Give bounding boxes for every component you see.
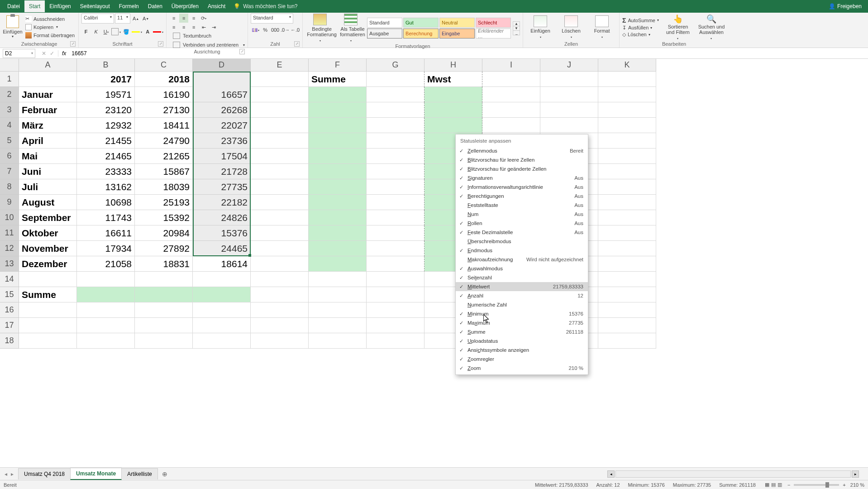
cell-K7[interactable] [598, 164, 656, 179]
style-erklaerender[interactable]: Erklärender … [476, 29, 511, 38]
cell-E10[interactable] [251, 210, 309, 225]
menu-item[interactable]: ✓ZellenmodusBereit [456, 146, 588, 155]
align-top-button[interactable]: ≡ [169, 14, 178, 23]
cell-K8[interactable] [598, 179, 656, 195]
cell-C9[interactable]: 25193 [135, 195, 193, 210]
insert-cells-button[interactable]: Einfügen▾ [526, 15, 555, 39]
cell-B4[interactable]: 12932 [77, 118, 135, 133]
cell-C6[interactable]: 21265 [135, 149, 193, 164]
cell-G5[interactable] [367, 133, 424, 149]
cell-A11[interactable]: Oktober [19, 225, 77, 241]
view-pagebreak-icon[interactable]: ▥ [777, 482, 782, 488]
cell-C4[interactable]: 18411 [135, 118, 193, 133]
menu-item[interactable]: MakroaufzeichnungWird nicht aufgezeichne… [456, 255, 588, 264]
cell-G8[interactable] [367, 179, 424, 195]
cell-A3[interactable]: Februar [19, 102, 77, 118]
cell-F14[interactable] [309, 272, 367, 287]
cell-A7[interactable]: Juni [19, 164, 77, 179]
sheet-nav[interactable]: ◂▸ [0, 471, 18, 477]
cell-E8[interactable] [251, 179, 309, 195]
cell-A4[interactable]: März [19, 118, 77, 133]
col-header-C[interactable]: C [135, 59, 193, 72]
zoom-slider[interactable] [794, 484, 839, 486]
cell-B15[interactable] [77, 287, 135, 302]
cell-F11[interactable] [309, 225, 367, 241]
cell-G10[interactable] [367, 210, 424, 225]
indent-dec-button[interactable]: ⇤ [199, 23, 208, 32]
cell-B14[interactable] [77, 272, 135, 287]
fx-icon[interactable]: fx [58, 50, 70, 57]
row-header-10[interactable]: 10 [0, 210, 19, 225]
cell-E15[interactable] [251, 287, 309, 302]
cell-F15[interactable] [309, 287, 367, 302]
cell-C5[interactable]: 24790 [135, 133, 193, 149]
menu-item[interactable]: Numerische Zahl [456, 300, 588, 309]
cell-A10[interactable]: September [19, 210, 77, 225]
cell-B7[interactable]: 23333 [77, 164, 135, 179]
cell-B17[interactable] [77, 318, 135, 333]
menu-item[interactable]: ✓Seitenzahl [456, 273, 588, 282]
cell-G18[interactable] [367, 333, 424, 349]
col-header-E[interactable]: E [251, 59, 309, 72]
style-standard[interactable]: Standard [367, 18, 402, 28]
cell-A16[interactable] [19, 302, 77, 318]
style-gallery-scroll[interactable]: ▲▼⎯ [513, 21, 520, 35]
cell-F7[interactable] [309, 164, 367, 179]
style-ausgabe[interactable]: Ausgabe [367, 29, 402, 38]
cell-I2[interactable] [482, 87, 540, 102]
cell-K5[interactable] [598, 133, 656, 149]
cell-E9[interactable] [251, 195, 309, 210]
cell-K2[interactable] [598, 87, 656, 102]
cell-B3[interactable]: 23120 [77, 102, 135, 118]
cell-F17[interactable] [309, 318, 367, 333]
cell-A13[interactable]: Dezember [19, 256, 77, 272]
fill-color-button[interactable]: 🪣 [122, 27, 131, 36]
zoom-level[interactable]: 210 % [850, 482, 864, 488]
cell-A17[interactable] [19, 318, 77, 333]
cell-C15[interactable] [135, 287, 193, 302]
cell-E5[interactable] [251, 133, 309, 149]
cell-H1[interactable]: Mwst [424, 72, 482, 87]
cell-D17[interactable] [193, 318, 251, 333]
percent-button[interactable]: % [261, 25, 270, 34]
cell-A9[interactable]: August [19, 195, 77, 210]
italic-button[interactable]: K [91, 27, 100, 36]
menu-item[interactable]: ✓SignaturenAus [456, 173, 588, 182]
font-size-select[interactable]: 11 ▾ [115, 14, 130, 24]
cell-D3[interactable]: 26268 [193, 102, 251, 118]
cell-K4[interactable] [598, 118, 656, 133]
cell-K14[interactable] [598, 272, 656, 287]
cell-C16[interactable] [135, 302, 193, 318]
row-header-16[interactable]: 16 [0, 302, 19, 318]
cell-styles-gallery[interactable]: Standard Gut Neutral Schlecht Ausgabe Be… [367, 18, 511, 38]
zoom-out-button[interactable]: − [787, 482, 790, 488]
cell-F3[interactable] [309, 102, 367, 118]
number-format-select[interactable]: Standard▾ [251, 14, 293, 24]
menu-item[interactable]: ✓Zoomregler [456, 355, 588, 364]
menu-item[interactable]: ✓Ansichtssymbole anzeigen [456, 345, 588, 355]
border-button[interactable] [111, 28, 119, 35]
merge-center-button[interactable]: Verbinden und zentrieren▾ [173, 42, 245, 48]
cell-I3[interactable] [482, 102, 540, 118]
cell-E6[interactable] [251, 149, 309, 164]
style-eingabe[interactable]: Eingabe [439, 29, 475, 38]
fill-button[interactable]: ↧Ausfüllen▾ [622, 25, 659, 31]
align-middle-button[interactable]: ≡ [179, 14, 188, 23]
menu-item[interactable]: ✓BerechtigungenAus [456, 192, 588, 201]
cell-C12[interactable]: 27892 [135, 241, 193, 256]
cell-C14[interactable] [135, 272, 193, 287]
row-header-15[interactable]: 15 [0, 287, 19, 302]
cell-F1[interactable]: Summe [309, 72, 367, 87]
tab-insert[interactable]: Einfügen [45, 0, 75, 12]
conditional-formatting-button[interactable]: Bedingte Formatierung▾ [305, 14, 334, 43]
cell-C2[interactable]: 16190 [135, 87, 193, 102]
autosum-button[interactable]: ΣAutoSumme▾ [622, 17, 659, 24]
row-header-6[interactable]: 6 [0, 149, 19, 164]
row-header-9[interactable]: 9 [0, 195, 19, 210]
cell-E11[interactable] [251, 225, 309, 241]
tab-start[interactable]: Start [24, 0, 45, 12]
cell-D4[interactable]: 22027 [193, 118, 251, 133]
paste-button[interactable]: Einfügen ▾ [3, 15, 23, 38]
cell-C7[interactable]: 15867 [135, 164, 193, 179]
shrink-font-button[interactable]: A▼ [141, 14, 150, 23]
